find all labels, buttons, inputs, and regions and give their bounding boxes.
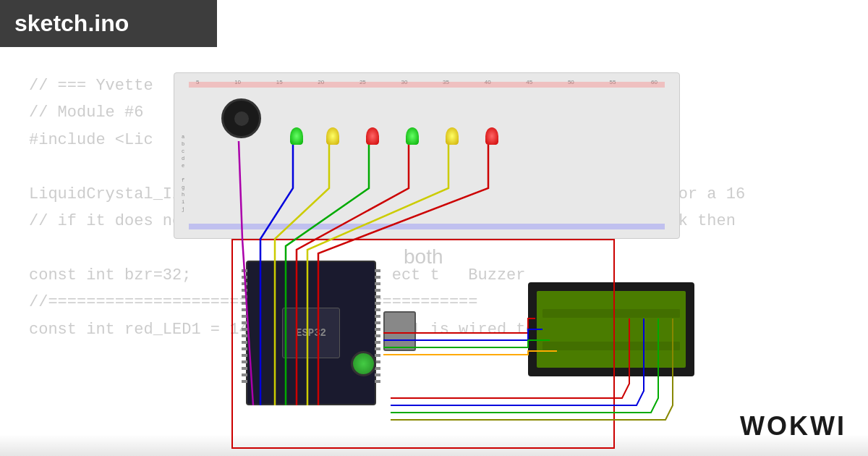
led-red-1 (366, 127, 379, 145)
header-bar: sketch.ino (0, 0, 217, 47)
svg-text:c: c (182, 148, 184, 154)
breadboard-power-rail-red (189, 82, 665, 88)
led-red-2 (485, 127, 498, 145)
buzzer-element (234, 111, 249, 126)
svg-text:h: h (182, 192, 184, 198)
svg-text:i: i (182, 199, 184, 205)
svg-text:b: b (182, 141, 184, 147)
circuit-border (231, 239, 615, 449)
svg-text:g: g (182, 185, 184, 190)
circuit-diagram: 51015202530354045505560 a b c d e f g h … (174, 72, 709, 442)
buzzer (221, 98, 261, 138)
led-green-1 (290, 127, 303, 145)
svg-text:a: a (182, 134, 184, 140)
led-yellow-1 (326, 127, 339, 145)
svg-text:e: e (182, 163, 184, 169)
wokwi-watermark: WOKWI (740, 411, 846, 442)
file-title: sketch.ino (14, 10, 129, 37)
breadboard: 51015202530354045505560 a b c d e f g h … (174, 72, 680, 239)
breadboard-power-rail-blue (189, 224, 665, 229)
led-yellow-2 (446, 127, 459, 145)
svg-text:d: d (182, 156, 184, 161)
led-green-2 (406, 127, 419, 145)
svg-text:j: j (182, 206, 184, 212)
breadboard-grid: a b c d e f g h i j (174, 73, 679, 238)
wokwi-logo-text: WOKWI (740, 411, 846, 441)
svg-text:f: f (182, 177, 184, 183)
